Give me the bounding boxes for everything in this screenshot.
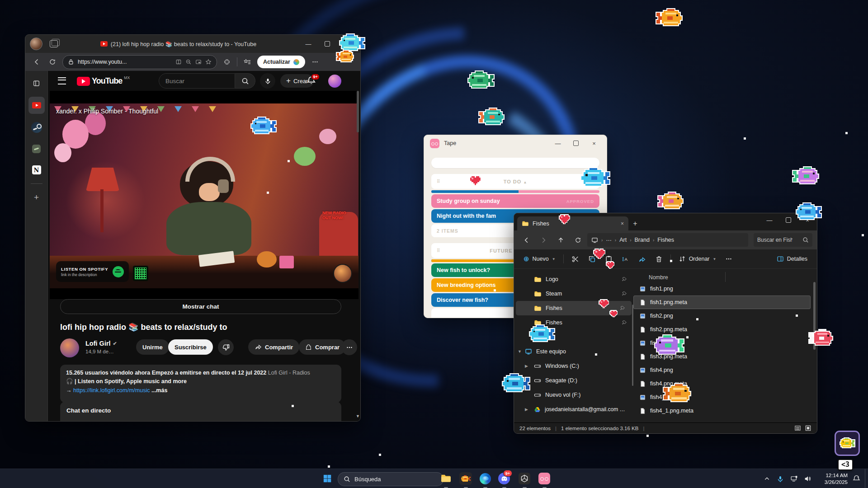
desktop-pet-fish[interactable]: [335, 51, 354, 62]
refresh-icon[interactable]: [570, 233, 585, 247]
new-button[interactable]: ⊕Nuevo▼: [519, 252, 560, 266]
desktop-pet-fish[interactable]: [467, 71, 495, 89]
todo-section-header[interactable]: ⠿ TO DO ▲: [431, 174, 599, 189]
search-button[interactable]: [235, 73, 255, 89]
browser-menu-icon[interactable]: [309, 56, 321, 68]
rename-button[interactable]: [618, 252, 633, 266]
chevron-down-icon[interactable]: ▼: [518, 349, 522, 354]
taskbar-explorer[interactable]: [437, 470, 455, 487]
chevron-right-icon[interactable]: ▶: [525, 364, 528, 368]
taskbar-discord[interactable]: 9+: [495, 470, 513, 487]
update-browser-button[interactable]: Actualizar: [257, 56, 305, 68]
more-actions-button[interactable]: [341, 339, 357, 355]
desktop-pet-fish[interactable]: [338, 34, 366, 52]
desktop-pet-fish[interactable]: [528, 325, 556, 343]
tray-clock[interactable]: 12:14 AM 3/26/2025: [814, 472, 848, 486]
back-icon[interactable]: [31, 56, 42, 68]
tape-titlebar[interactable]: Tape — ×: [424, 135, 607, 151]
browser-titlebar[interactable]: (21) lofi hip hop radio 📚 beats to relax…: [25, 35, 360, 53]
file-row-selected[interactable]: fish1.png.meta: [633, 296, 811, 309]
channel-avatar[interactable]: [60, 338, 79, 357]
tab-steam[interactable]: [28, 120, 45, 135]
file-row[interactable]: fish4_1.png.meta: [633, 404, 811, 418]
close-tab-icon[interactable]: ×: [621, 221, 624, 227]
explorer-tab-fishes[interactable]: Fishes ×: [517, 216, 628, 230]
breadcrumb-item[interactable]: Art: [619, 237, 627, 243]
minimize-button[interactable]: —: [760, 213, 779, 227]
volume-icon[interactable]: [801, 471, 814, 487]
collections-icon[interactable]: [241, 56, 253, 68]
notification-bell-icon[interactable]: [848, 471, 865, 487]
forward-icon[interactable]: [536, 233, 551, 247]
file-row[interactable]: fish4.png: [633, 363, 811, 377]
tab-youtube[interactable]: [28, 97, 45, 114]
desktop-pet-fish[interactable]: [807, 330, 834, 347]
notifications-button[interactable]: 9+: [307, 76, 316, 85]
share-button[interactable]: [634, 252, 650, 266]
channel-watermark-avatar[interactable]: [333, 264, 352, 283]
cut-button[interactable]: [567, 252, 583, 266]
maximize-button[interactable]: [318, 37, 337, 51]
more-button[interactable]: [721, 252, 736, 266]
breadcrumb-item[interactable]: Brand: [635, 237, 650, 243]
new-tab-button[interactable]: +: [628, 217, 642, 230]
desktop-pet-fish[interactable]: [653, 335, 686, 356]
file-row[interactable]: fish1.png: [633, 282, 811, 296]
taskbar-search[interactable]: Búsqueda: [338, 472, 443, 486]
url-text[interactable]: https://www.youtu...: [78, 59, 172, 65]
delete-button[interactable]: [651, 252, 667, 266]
sidebar-this-pc[interactable]: ▼ Este equipo: [514, 344, 633, 359]
minimize-button[interactable]: —: [299, 37, 318, 51]
microphone-icon[interactable]: [774, 471, 787, 487]
back-icon[interactable]: [519, 233, 534, 247]
drag-handle-icon[interactable]: ⠿: [437, 248, 440, 253]
taskbar-edge[interactable]: [476, 470, 494, 487]
file-row[interactable]: fish2.png.meta: [633, 323, 811, 336]
desktop-pet-fish[interactable]: [250, 117, 278, 135]
close-button[interactable]: ×: [585, 136, 603, 150]
pet-speech-bubble[interactable]: <3: [838, 459, 853, 470]
file-row[interactable]: fish4.png.meta: [633, 377, 811, 390]
details-pane-button[interactable]: Detalles: [773, 252, 811, 266]
description-card[interactable]: 15.265 usuarios viéndolo ahora Empezó a …: [60, 365, 341, 403]
youtube-logo[interactable]: YouTube MX: [77, 76, 130, 86]
file-row[interactable]: fish4_1.png: [633, 390, 811, 404]
breadcrumb[interactable]: ›⋯ ›Art ›Brand ›Fishes: [587, 233, 748, 247]
scroll-down-icon[interactable]: ▼: [356, 414, 360, 418]
show-more[interactable]: ...más: [151, 387, 167, 394]
zoom-icon[interactable]: [185, 59, 192, 65]
shop-button[interactable]: Comprar: [299, 339, 346, 355]
refresh-icon[interactable]: [47, 56, 58, 68]
desktop-pet-fish[interactable]: [655, 9, 684, 27]
tab-notion[interactable]: N: [28, 162, 45, 178]
start-button[interactable]: [318, 470, 336, 487]
desktop-pet-fish[interactable]: [501, 374, 531, 393]
join-button[interactable]: Unirme: [136, 339, 169, 355]
search-input[interactable]: Buscar: [159, 73, 235, 89]
favorite-star-icon[interactable]: [205, 59, 212, 65]
desktop-pet-fish[interactable]: [477, 108, 505, 126]
share-button[interactable]: Compartir: [248, 339, 299, 355]
scrollbar-thumb[interactable]: [357, 91, 359, 132]
explorer-search-input[interactable]: Buscar en Fishes: [754, 233, 812, 247]
up-icon[interactable]: [553, 233, 568, 247]
file-row[interactable]: fish2.png: [633, 309, 811, 323]
desktop-pet-fish[interactable]: [795, 203, 823, 221]
desktop-pet-fish[interactable]: [791, 167, 820, 185]
playlist-link[interactable]: Lofi Girl - Radios: [268, 370, 310, 376]
vertical-tabs-toggle-icon[interactable]: [28, 75, 45, 91]
sort-button[interactable]: Ordenar▼: [675, 252, 721, 266]
desktop-pet-fish[interactable]: [580, 168, 611, 188]
video-player[interactable]: xander. x Philip Somber - Thoughtful NEW…: [50, 91, 359, 299]
maximize-button[interactable]: [567, 136, 585, 150]
sidebar-drive-c[interactable]: ▶ Windows (C:): [514, 359, 633, 373]
todo-item[interactable]: Study group on sundayAPPROVED: [431, 194, 599, 208]
minimize-button[interactable]: —: [549, 136, 567, 150]
taskbar-unity[interactable]: [515, 470, 533, 487]
list-view-icon[interactable]: [794, 425, 801, 432]
extensions-icon[interactable]: [221, 56, 233, 68]
split-screen-icon[interactable]: [175, 59, 182, 65]
voice-search-button[interactable]: [260, 73, 275, 89]
drag-handle-icon[interactable]: ⠿: [437, 179, 440, 184]
dislike-button[interactable]: [218, 339, 234, 355]
